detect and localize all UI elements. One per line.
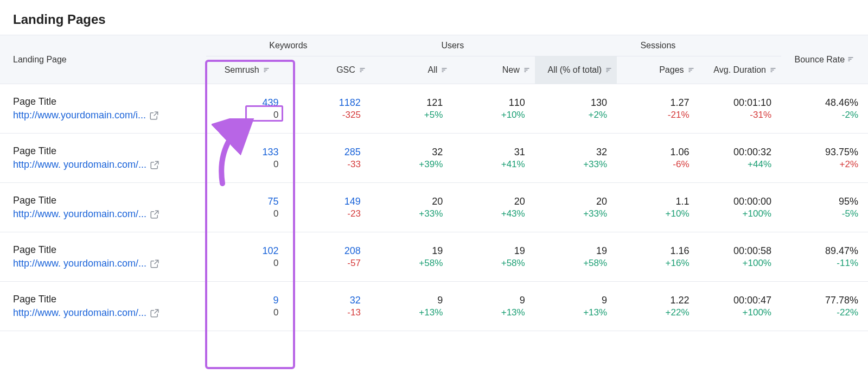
col-users-new-label: New <box>502 65 520 75</box>
delta-pages: +16% <box>623 258 689 269</box>
value-semrush[interactable]: 9 <box>213 295 278 306</box>
cell-users-new: 110+10% <box>452 84 534 134</box>
value-pages: 1.06 <box>623 147 689 158</box>
delta-bounce: -2% <box>788 110 858 121</box>
col-semrush[interactable]: Semrush <box>206 56 288 84</box>
value-gsc[interactable]: 149 <box>295 196 360 207</box>
value-bounce: 89.47% <box>788 245 858 257</box>
cell-duration: 00:00:47+100% <box>699 282 781 331</box>
page-title-text: Page Title <box>13 294 200 305</box>
cell-duration: 00:00:58+100% <box>699 232 781 282</box>
value-gsc[interactable]: 208 <box>295 245 360 257</box>
col-bounce-rate[interactable]: Bounce Rate <box>781 35 868 84</box>
delta-gsc: -325 <box>295 110 360 121</box>
col-gsc[interactable]: GSC <box>288 56 370 84</box>
value-gsc[interactable]: 32 <box>295 295 360 306</box>
col-users-all[interactable]: All <box>371 56 452 84</box>
col-landing-page[interactable]: Landing Page <box>0 35 206 84</box>
page-url-link[interactable]: http://www. yourdomain.com/... <box>13 307 146 319</box>
value-semrush[interactable]: 102 <box>213 245 278 257</box>
cell-bounce: 95%-5% <box>781 183 868 232</box>
value-pages: 1.27 <box>623 97 689 109</box>
page-url-link[interactable]: http://www. yourdomain.com/... <box>13 159 146 170</box>
value-users-new: 19 <box>459 245 525 257</box>
page-title-text: Page Title <box>13 244 200 256</box>
cell-users-new: 20+43% <box>452 183 534 232</box>
value-semrush[interactable]: 133 <box>213 147 278 158</box>
value-gsc[interactable]: 1182 <box>295 97 360 109</box>
delta-users-all: +33% <box>377 208 443 219</box>
cell-pages: 1.06-6% <box>617 134 699 183</box>
external-link-icon[interactable] <box>150 210 159 219</box>
delta-users-new: +13% <box>459 307 525 318</box>
cell-users-all: 19+58% <box>371 232 452 282</box>
value-users-all: 9 <box>377 295 443 306</box>
value-sessions-all: 19 <box>541 245 607 257</box>
sort-icon <box>687 67 695 73</box>
delta-sessions-all: +2% <box>541 110 607 121</box>
value-duration: 00:01:10 <box>706 97 771 109</box>
external-link-icon[interactable] <box>150 308 159 318</box>
delta-users-new: +41% <box>459 159 525 170</box>
value-sessions-all: 32 <box>541 147 607 158</box>
page-title-text: Page Title <box>13 195 200 206</box>
delta-gsc: -57 <box>295 258 360 269</box>
cell-users-all: 121+5% <box>371 84 452 134</box>
delta-duration: -31% <box>706 110 771 121</box>
cell-landing-page: Page Titlehttp://www. yourdomain.com/... <box>0 282 206 331</box>
table-row: Page Titlehttp://www. yourdomain.com/...… <box>0 232 868 282</box>
value-gsc[interactable]: 285 <box>295 147 360 158</box>
external-link-icon[interactable] <box>150 259 159 269</box>
delta-users-all: +39% <box>377 159 443 170</box>
page-url-link[interactable]: http://www. yourdomain.com/... <box>13 258 146 269</box>
cell-sessions-all: 130+2% <box>535 84 617 134</box>
cell-sessions-all: 32+33% <box>535 134 617 183</box>
cell-users-new: 19+58% <box>452 232 534 282</box>
col-sessions-pages[interactable]: Pages <box>617 56 699 84</box>
col-semrush-label: Semrush <box>225 65 259 75</box>
value-semrush[interactable]: 439 <box>213 97 278 109</box>
cell-pages: 1.1+10% <box>617 183 699 232</box>
value-duration: 00:00:00 <box>706 196 771 207</box>
page-url-link[interactable]: http://www.yourdomain.com/i... <box>13 110 146 121</box>
delta-duration: +100% <box>706 258 771 269</box>
table-row: Page Titlehttp://www. yourdomain.com/...… <box>0 282 868 331</box>
delta-semrush: 0 <box>213 307 278 318</box>
delta-sessions-all: +33% <box>541 208 607 219</box>
cell-users-all: 9+13% <box>371 282 452 331</box>
cell-bounce: 48.46%-2% <box>781 84 868 134</box>
cell-pages: 1.27-21% <box>617 84 699 134</box>
external-link-icon[interactable] <box>150 160 159 170</box>
cell-gsc: 208-57 <box>288 232 370 282</box>
col-sessions-duration[interactable]: Avg. Duration <box>699 56 781 84</box>
value-users-all: 121 <box>377 97 443 109</box>
delta-sessions-all: +58% <box>541 258 607 269</box>
delta-duration: +100% <box>706 208 771 219</box>
value-users-all: 20 <box>377 196 443 207</box>
group-keywords: Keywords <box>206 35 371 56</box>
value-users-all: 19 <box>377 245 443 257</box>
delta-duration: +44% <box>706 159 771 170</box>
col-sessions-all[interactable]: All (% of total) <box>535 56 617 84</box>
cell-bounce: 93.75%+2% <box>781 134 868 183</box>
value-bounce: 93.75% <box>788 147 858 158</box>
cell-semrush: 750 <box>206 183 288 232</box>
delta-sessions-all: +13% <box>541 307 607 318</box>
delta-gsc: -13 <box>295 307 360 318</box>
delta-semrush: 0 <box>213 258 278 269</box>
sort-icon <box>441 67 448 73</box>
value-semrush[interactable]: 75 <box>213 196 278 207</box>
sort-icon <box>263 67 270 73</box>
cell-duration: 00:01:10-31% <box>699 84 781 134</box>
cell-gsc: 1182-325 <box>288 84 370 134</box>
external-link-icon[interactable] <box>149 111 159 121</box>
cell-pages: 1.16+16% <box>617 232 699 282</box>
value-duration: 00:00:58 <box>706 245 771 257</box>
value-sessions-all: 9 <box>541 295 607 306</box>
table-row: Page Titlehttp://www. yourdomain.com/...… <box>0 183 868 232</box>
col-users-new[interactable]: New <box>452 56 534 84</box>
page-url-link[interactable]: http://www. yourdomain.com/... <box>13 208 146 220</box>
delta-users-new: +43% <box>459 208 525 219</box>
cell-users-new: 9+13% <box>452 282 534 331</box>
cell-users-new: 31+41% <box>452 134 534 183</box>
